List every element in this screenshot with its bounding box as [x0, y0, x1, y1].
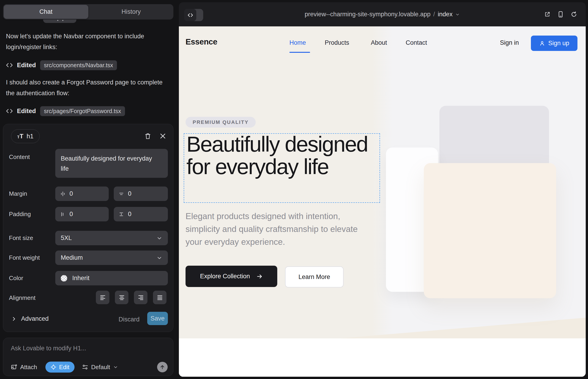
target-icon [50, 364, 56, 370]
composer-input[interactable]: Ask Lovable to modify H1... [11, 345, 86, 352]
chat-message: I should also create a Forgot Password p… [6, 77, 168, 99]
file-badge[interactable]: src/pages/ForgotPassword.tsx [40, 106, 125, 116]
tab-history[interactable]: History [89, 4, 174, 19]
close-icon[interactable] [159, 132, 166, 140]
preview-window: preview--charming-site-symphony.lovable.… [179, 2, 586, 377]
element-editor-panel: TT h1 Content Beautifully designed for e… [3, 124, 173, 332]
padding-horizontal-icon [60, 211, 66, 217]
margin-y-value: 0 [128, 190, 131, 197]
padding-x-input[interactable]: 0 [55, 207, 109, 221]
margin-vertical-icon [118, 191, 124, 197]
active-nav-underline [289, 52, 310, 53]
edit-label: Edit [59, 364, 69, 371]
user-icon [539, 40, 545, 46]
clipped-chat-pill [43, 19, 76, 23]
tab-chat[interactable]: Chat [4, 5, 88, 19]
padding-vertical-icon [118, 211, 124, 217]
element-tag-name: h1 [27, 133, 33, 140]
edited-label: Edited [17, 108, 36, 115]
arrow-up-icon [159, 364, 165, 370]
padding-x-value: 0 [69, 211, 73, 218]
chat-message: Now let's update the Navbar component to… [6, 31, 168, 52]
chevron-right-icon [12, 316, 16, 321]
padding-y-input[interactable]: 0 [114, 207, 168, 221]
align-left-button[interactable] [96, 291, 109, 304]
next-section [179, 338, 586, 377]
url-page: index [438, 11, 453, 18]
mode-label: Default [91, 364, 110, 371]
nav-home[interactable]: Home [289, 39, 306, 46]
preview-actions [544, 2, 577, 26]
color-select[interactable]: Inherit [55, 271, 168, 285]
delete-element-button[interactable] [144, 132, 151, 140]
attach-label: Attach [20, 364, 37, 371]
site-logo[interactable]: Essence [186, 37, 217, 46]
text-size-icon: TT [17, 133, 23, 140]
chevron-down-icon [156, 255, 162, 261]
edited-label: Edited [17, 62, 36, 69]
composer-toolbar: Attach Edit Default [11, 362, 168, 373]
file-badge[interactable]: src/components/Navbar.tsx [40, 60, 117, 70]
advanced-label: Advanced [21, 315, 49, 322]
refresh-icon[interactable] [571, 11, 577, 17]
attach-image-icon [11, 364, 17, 370]
edited-file-row[interactable]: Edited src/pages/ForgotPassword.tsx [6, 106, 125, 116]
hero-headline[interactable]: Beautifully designed for everyday life [186, 133, 370, 178]
mobile-view-icon[interactable] [558, 11, 563, 18]
chevron-down-icon [113, 364, 118, 370]
content-textarea[interactable]: Beautifully designed for everyday life [55, 149, 168, 178]
attach-button[interactable]: Attach [11, 364, 37, 371]
font-weight-select[interactable]: Medium [55, 251, 168, 265]
margin-x-value: 0 [69, 190, 73, 197]
nav-contact[interactable]: Contact [406, 39, 427, 46]
preview-page: Essence Home Products About Contact Sign… [179, 26, 586, 377]
h1-selection-outline[interactable]: Beautifully designed for everyday life [184, 133, 380, 203]
nav-about[interactable]: About [371, 39, 387, 46]
url-domain: preview--charming-site-symphony.lovable.… [305, 11, 431, 18]
sign-up-label: Sign up [548, 40, 569, 47]
hero-subtext: Elegant products designed with intention… [186, 210, 363, 249]
mode-select[interactable]: Default [82, 364, 118, 371]
advanced-toggle[interactable]: Advanced [12, 315, 49, 322]
send-button[interactable] [157, 362, 168, 372]
color-label: Color [9, 275, 23, 282]
sign-up-button[interactable]: Sign up [531, 35, 577, 51]
save-button[interactable]: Save [147, 312, 168, 325]
padding-y-value: 0 [128, 211, 131, 218]
edited-file-row[interactable]: Edited src/components/Navbar.tsx [6, 60, 117, 70]
content-label: Content [9, 154, 30, 161]
margin-x-input[interactable]: 0 [55, 187, 109, 201]
align-left-icon [100, 294, 106, 301]
chat-composer: Ask Lovable to modify H1... Attach Edit … [3, 338, 173, 376]
code-icon [6, 62, 13, 68]
explore-collection-button[interactable]: Explore Collection [186, 266, 277, 287]
url-bar[interactable]: preview--charming-site-symphony.lovable.… [179, 2, 586, 26]
discard-button[interactable]: Discard [119, 316, 140, 323]
nav-products[interactable]: Products [325, 39, 349, 46]
preview-topbar: preview--charming-site-symphony.lovable.… [179, 2, 586, 26]
alignment-label: Alignment [9, 294, 35, 301]
chat-history-tabbar: Chat History [3, 4, 173, 19]
align-center-icon [119, 294, 125, 301]
code-icon [6, 108, 13, 114]
font-size-select[interactable]: 5XL [55, 231, 168, 245]
align-right-button[interactable] [134, 291, 147, 304]
arrow-right-icon [256, 273, 263, 280]
font-size-label: Font size [9, 235, 33, 242]
selected-element-tag[interactable]: TT h1 [11, 129, 40, 143]
open-external-icon[interactable] [544, 11, 550, 17]
align-right-icon [138, 294, 144, 301]
chevron-down-icon [455, 12, 460, 17]
margin-y-input[interactable]: 0 [114, 187, 168, 201]
margin-label: Margin [9, 190, 27, 197]
margin-horizontal-icon [60, 191, 66, 197]
align-justify-icon [157, 294, 163, 301]
sign-in-link[interactable]: Sign in [500, 39, 519, 46]
learn-more-button[interactable]: Learn More [285, 266, 343, 287]
explore-label: Explore Collection [200, 273, 250, 280]
chevron-down-icon [156, 235, 162, 241]
edit-mode-button[interactable]: Edit [46, 362, 75, 373]
align-center-button[interactable] [115, 291, 128, 304]
align-justify-button[interactable] [153, 291, 167, 304]
quality-badge: PREMIUM QUALITY [186, 117, 256, 127]
